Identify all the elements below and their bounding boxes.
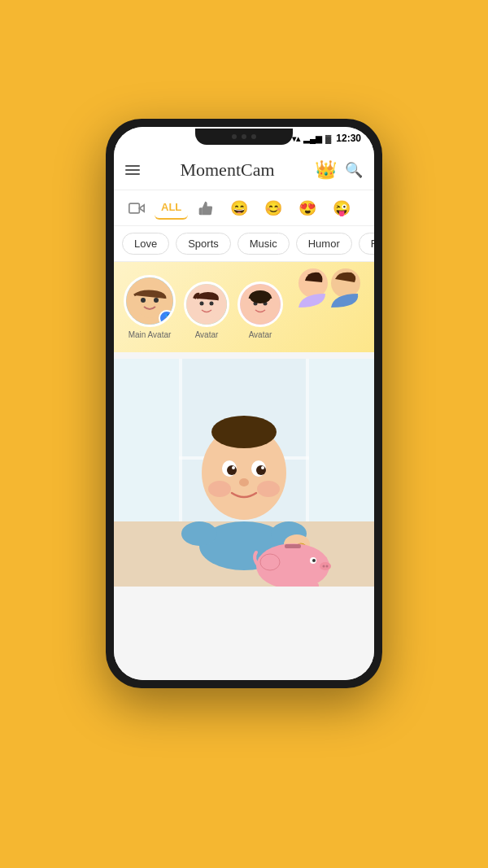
filter-chips: Love Sports Music Humor Rom <box>114 226 374 262</box>
emoji-tabs: ALL 😄 😊 😍 😜 <box>114 190 374 226</box>
avatar3-label: Avatar <box>249 330 272 339</box>
battery-icon: ▓ <box>325 134 331 143</box>
svg-point-28 <box>256 465 266 475</box>
illustration-svg <box>114 359 374 587</box>
content-area[interactable]: 🏅 Main Avatar <box>114 262 374 680</box>
header-actions: 👑 🔍 <box>315 161 363 179</box>
time-display: 12:30 <box>336 133 361 144</box>
svg-rect-47 <box>293 582 303 587</box>
svg-point-3 <box>141 298 146 303</box>
svg-point-4 <box>154 298 159 303</box>
chip-sports[interactable]: Sports <box>176 233 231 255</box>
main-avatar-badge: 🏅 <box>159 310 175 326</box>
svg-point-39 <box>260 554 280 570</box>
tab-smile[interactable]: 😊 <box>258 194 289 222</box>
svg-rect-48 <box>309 582 319 587</box>
avatar2-item[interactable]: Avatar <box>184 281 229 339</box>
vip-crown-icon[interactable]: 👑 <box>315 161 337 179</box>
chip-romance[interactable]: Rom <box>359 233 374 255</box>
chip-love[interactable]: Love <box>122 233 169 255</box>
tab-camera[interactable] <box>122 195 151 221</box>
couple-illustration <box>293 263 366 344</box>
phone-notch <box>195 129 293 145</box>
avatar2-label: Avatar <box>195 330 219 339</box>
tab-love[interactable]: 😍 <box>292 194 323 222</box>
svg-point-45 <box>326 565 329 568</box>
svg-point-33 <box>257 481 280 497</box>
tab-all[interactable]: ALL <box>155 196 188 220</box>
app-header: MomentCam 👑 🔍 <box>114 150 374 190</box>
svg-point-29 <box>232 466 235 469</box>
svg-rect-40 <box>285 544 301 548</box>
svg-point-34 <box>181 521 217 546</box>
svg-point-32 <box>208 481 231 497</box>
phone-frame: ▾▴ ▂▄▆ ▓ 12:30 MomentCam 👑 🔍 <box>106 119 382 688</box>
chip-humor[interactable]: Humor <box>296 233 352 255</box>
main-avatar-item[interactable]: 🏅 Main Avatar <box>124 275 176 339</box>
signal-icon: ▂▄▆ <box>303 134 322 143</box>
tab-thumbsup[interactable] <box>191 195 220 221</box>
search-icon[interactable]: 🔍 <box>345 161 363 179</box>
svg-point-6 <box>197 303 216 319</box>
svg-point-31 <box>239 478 249 486</box>
phone-screen: ▾▴ ▂▄▆ ▓ 12:30 MomentCam 👑 🔍 <box>114 127 374 680</box>
hamburger-button[interactable] <box>125 165 140 175</box>
svg-point-7 <box>200 302 204 306</box>
svg-rect-0 <box>129 203 140 213</box>
avatar3-item[interactable]: Avatar <box>237 281 283 339</box>
svg-point-8 <box>210 302 214 306</box>
baby-card <box>114 359 374 587</box>
main-avatar-label: Main Avatar <box>129 330 172 339</box>
chip-music[interactable]: Music <box>237 233 290 255</box>
svg-point-27 <box>227 465 237 475</box>
tab-laugh[interactable]: 😄 <box>224 194 255 222</box>
avatar-banner: 🏅 Main Avatar <box>114 262 374 352</box>
svg-point-10 <box>251 303 270 319</box>
svg-point-24 <box>211 416 277 448</box>
wifi-icon: ▾▴ <box>292 134 300 143</box>
app-logo: MomentCam <box>180 159 274 181</box>
baby-illustration <box>114 359 374 587</box>
svg-point-43 <box>320 562 331 570</box>
svg-point-44 <box>323 565 325 568</box>
svg-point-42 <box>312 559 316 562</box>
svg-point-30 <box>261 466 264 469</box>
tab-silly[interactable]: 😜 <box>326 194 357 222</box>
svg-rect-46 <box>277 582 286 587</box>
